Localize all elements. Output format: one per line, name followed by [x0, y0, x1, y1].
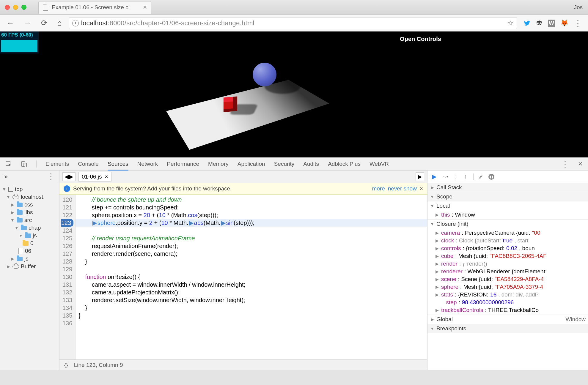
- back-button[interactable]: ←: [4, 18, 17, 28]
- window-titlebar: Example 01.06 - Screen size cl × Jos: [0, 0, 588, 15]
- browser-toolbar: ← → ⟳ ⌂ i localhost:8000/src/chapter-01/…: [0, 15, 588, 31]
- address-bar[interactable]: i localhost:8000/src/chapter-01/06-scree…: [69, 17, 517, 29]
- page-icon: [43, 4, 48, 11]
- tree-libs[interactable]: ▶libs: [10, 209, 57, 216]
- banner-never-link[interactable]: never show: [388, 185, 417, 192]
- sources-navigator: » ⋮ ▼top ▼localhost: ▶css ▶libs ▼src ▼ch…: [0, 171, 59, 370]
- resume-button[interactable]: ▶: [432, 173, 437, 180]
- inspect-icon[interactable]: [5, 161, 12, 167]
- devtools-close-icon[interactable]: ×: [578, 159, 583, 168]
- var-scene[interactable]: ▶scene: Scene {uuid: "EA584229-A8FA-4: [435, 275, 588, 283]
- tab-audits[interactable]: Audits: [303, 161, 319, 167]
- tab-memory[interactable]: Memory: [208, 161, 229, 167]
- scope-closure[interactable]: ▼Closure (init): [427, 220, 588, 228]
- breakpoint-marker: 123: [61, 219, 73, 227]
- step-over-button[interactable]: ⤻: [443, 173, 448, 180]
- page-viewport[interactable]: 60 FPS (0-60) Open Controls: [0, 31, 588, 157]
- var-render[interactable]: ▶render: ƒ render(): [435, 260, 588, 268]
- editor-run-icon[interactable]: ▶: [416, 172, 424, 181]
- tree-domain[interactable]: ▼localhost:: [6, 193, 57, 201]
- tree-file-0[interactable]: 0: [23, 239, 57, 247]
- banner-more-link[interactable]: more: [372, 185, 385, 192]
- open-controls-button[interactable]: Open Controls: [400, 36, 441, 42]
- home-button[interactable]: ⌂: [55, 18, 64, 28]
- tab-application[interactable]: Application: [238, 161, 265, 167]
- scope-local[interactable]: ▼Local: [427, 201, 588, 210]
- twitter-icon[interactable]: [523, 20, 531, 27]
- step-out-button[interactable]: ↑: [464, 173, 467, 180]
- tab-close-icon[interactable]: ×: [143, 4, 147, 11]
- close-window-button[interactable]: [5, 5, 10, 10]
- buffer-icon[interactable]: [536, 20, 543, 26]
- device-toggle-icon[interactable]: [21, 161, 27, 167]
- var-cube[interactable]: ▶cube: Mesh {uuid: "FAC8B8C3-2065-4AF: [435, 252, 588, 260]
- tab-adblock[interactable]: Adblock Plus: [328, 161, 361, 167]
- tree-js[interactable]: ▼js: [18, 232, 57, 239]
- tab-sources[interactable]: Sources: [108, 161, 128, 171]
- tab-performance[interactable]: Performance: [167, 161, 199, 167]
- forward-button: →: [21, 18, 34, 28]
- devtools-menu-icon[interactable]: ⋮: [561, 162, 569, 165]
- browser-tab[interactable]: Example 01.06 - Screen size cl ×: [38, 1, 151, 14]
- editor-tab-close-icon[interactable]: ×: [105, 173, 108, 180]
- var-step[interactable]: ▶ step: 98.43000000000296: [435, 299, 588, 306]
- navigator-menu-icon[interactable]: ⋮: [47, 175, 55, 178]
- step-into-button[interactable]: ↓: [455, 173, 457, 180]
- var-camera[interactable]: ▶camera: PerspectiveCamera {uuid: "00: [435, 229, 588, 237]
- var-stats[interactable]: ▶stats: {REVISION: 16, dom: div, addP: [435, 291, 588, 299]
- zoom-window-button[interactable]: [21, 5, 26, 10]
- tab-console[interactable]: Console: [78, 161, 99, 167]
- banner-close-icon[interactable]: ×: [420, 185, 423, 192]
- wikipedia-ext-icon[interactable]: W: [548, 20, 555, 27]
- tree-js2[interactable]: ▶js: [10, 255, 57, 263]
- code-editor[interactable]: 120 121 122 123 124 125 126 127 128 129 …: [59, 195, 427, 359]
- svg-rect-1: [21, 162, 25, 166]
- var-clock[interactable]: ▶clock: Clock {autoStart: true, start: [435, 237, 588, 244]
- browser-menu-icon[interactable]: ⋮: [574, 22, 582, 25]
- line-gutter[interactable]: 120 121 122 123 124 125 126 127 128 129 …: [59, 195, 76, 359]
- tree-chap[interactable]: ▼chap: [14, 224, 57, 232]
- pause-exceptions-button[interactable]: ▮▮: [488, 174, 494, 180]
- devtools-panel: Elements Console Sources Network Perform…: [0, 157, 588, 370]
- tree-css[interactable]: ▶css: [10, 201, 57, 209]
- fps-graph: [1, 39, 37, 52]
- tree-src[interactable]: ▼src: [10, 216, 57, 224]
- var-controls[interactable]: ▶controls: {rotationSpeed: 0.02, boun: [435, 244, 588, 252]
- tab-webvr[interactable]: WebVR: [370, 161, 389, 167]
- fps-label: 60 FPS (0-60): [1, 32, 37, 38]
- section-breakpoints[interactable]: ▼Breakpoints: [427, 324, 588, 333]
- window-traffic-lights: [0, 5, 26, 10]
- pretty-print-icon[interactable]: {}: [64, 362, 68, 368]
- ground-plane: [166, 80, 329, 150]
- site-info-icon[interactable]: i: [72, 20, 79, 26]
- tree-buffer[interactable]: ▶Buffer: [6, 263, 57, 270]
- editor-statusbar: {} Line 123, Column 9: [59, 359, 427, 370]
- profile-name[interactable]: Jos: [574, 4, 583, 11]
- fps-counter: 60 FPS (0-60): [0, 31, 39, 53]
- tab-network[interactable]: Network: [137, 161, 158, 167]
- reload-button[interactable]: ⟳: [39, 18, 50, 28]
- cube-mesh: [224, 97, 237, 112]
- tree-file-06[interactable]: 06: [18, 247, 57, 255]
- section-callstack[interactable]: ▶Call Stack: [427, 183, 588, 192]
- scope-global[interactable]: ▶GlobalWindow: [427, 315, 588, 324]
- editor-file-tab[interactable]: 01-06.js×: [78, 172, 111, 182]
- var-trackball[interactable]: ▶trackballControls: THREE.TrackballCo: [435, 306, 588, 314]
- deactivate-breakpoints-button[interactable]: ⁄∕: [480, 173, 482, 180]
- debugger-sidebar: ▶ ⤻ ↓ ↑ ⁄∕ ▮▮ ▶Call Stack ▼Scope ▼Local …: [427, 171, 588, 370]
- bookmark-star-icon[interactable]: ☆: [507, 19, 514, 27]
- editor-nav-icon[interactable]: ◀▶: [62, 172, 76, 181]
- cursor-position: Line 123, Column 9: [74, 362, 123, 368]
- section-scope[interactable]: ▼Scope: [427, 192, 588, 201]
- minimize-window-button[interactable]: [13, 5, 18, 10]
- tab-security[interactable]: Security: [274, 161, 295, 167]
- var-this[interactable]: ▶this: Window: [435, 211, 588, 219]
- navigator-overflow-icon[interactable]: »: [4, 173, 8, 181]
- sphere-mesh: [253, 63, 276, 86]
- var-sphere[interactable]: ▶sphere: Mesh {uuid: "FA705A9A-3379-4: [435, 283, 588, 291]
- tree-top[interactable]: ▼top: [2, 185, 57, 193]
- sources-editor: ◀▶ 01-06.js× ▶ i Serving from the file s…: [59, 171, 427, 370]
- var-renderer[interactable]: ▶renderer: WebGLRenderer {domElement:: [435, 268, 588, 275]
- fox-ext-icon[interactable]: 🦊: [560, 19, 568, 27]
- tab-elements[interactable]: Elements: [45, 161, 69, 167]
